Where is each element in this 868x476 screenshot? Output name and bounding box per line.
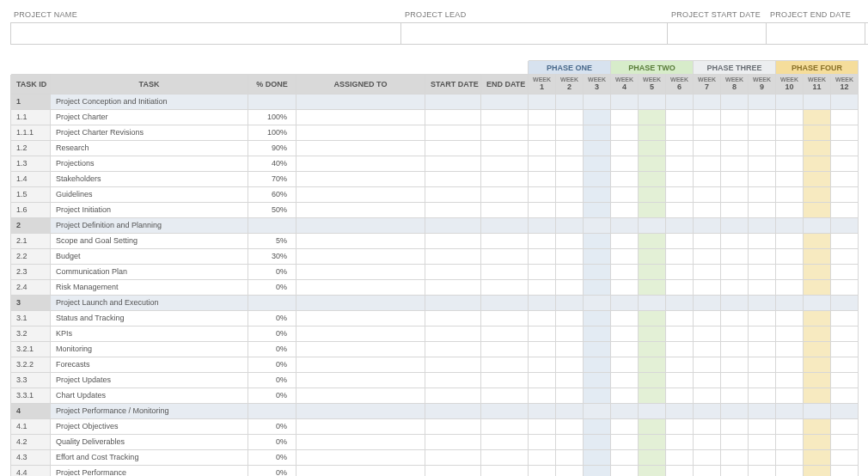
cell-week-9[interactable]: [749, 341, 776, 357]
cell-week-6[interactable]: [666, 418, 694, 434]
cell-week-8[interactable]: [721, 295, 749, 310]
cell-week-1[interactable]: [529, 279, 556, 295]
cell-week-8[interactable]: [721, 156, 749, 171]
cell-week-7[interactable]: [694, 388, 721, 403]
cell-task-id[interactable]: 1.5: [11, 186, 51, 202]
cell-week-10[interactable]: [776, 248, 804, 264]
cell-week-8[interactable]: [721, 109, 749, 125]
cell-end-date[interactable]: [481, 449, 529, 465]
cell-assigned-to[interactable]: [296, 264, 425, 279]
cell-week-5[interactable]: [639, 156, 666, 171]
cell-assigned-to[interactable]: [296, 202, 425, 217]
cell-start-date[interactable]: [425, 326, 481, 341]
cell-task-id[interactable]: 2.3: [11, 264, 51, 279]
cell-week-5[interactable]: [639, 217, 666, 233]
cell-week-2[interactable]: [556, 264, 584, 279]
cell-week-3[interactable]: [584, 125, 611, 140]
cell-week-2[interactable]: [556, 418, 584, 434]
cell-pct-done[interactable]: 0%: [248, 279, 296, 295]
cell-week-4[interactable]: [611, 295, 639, 310]
cell-week-6[interactable]: [666, 248, 694, 264]
cell-pct-done[interactable]: 0%: [248, 264, 296, 279]
cell-week-9[interactable]: [749, 202, 776, 217]
cell-week-3[interactable]: [584, 403, 611, 418]
cell-week-4[interactable]: [611, 186, 639, 202]
cell-week-1[interactable]: [529, 326, 556, 341]
cell-start-date[interactable]: [425, 125, 481, 140]
cell-week-10[interactable]: [776, 279, 804, 295]
cell-week-10[interactable]: [776, 217, 804, 233]
cell-week-11[interactable]: [804, 403, 831, 418]
cell-pct-done[interactable]: [248, 217, 296, 233]
cell-week-9[interactable]: [749, 434, 776, 449]
cell-week-5[interactable]: [639, 140, 666, 156]
cell-start-date[interactable]: [425, 372, 481, 388]
cell-task-name[interactable]: Projections: [51, 156, 248, 171]
cell-start-date[interactable]: [425, 418, 481, 434]
cell-week-5[interactable]: [639, 434, 666, 449]
cell-week-9[interactable]: [749, 403, 776, 418]
cell-week-7[interactable]: [694, 434, 721, 449]
cell-week-11[interactable]: [804, 434, 831, 449]
cell-week-11[interactable]: [804, 264, 831, 279]
cell-week-6[interactable]: [666, 434, 694, 449]
cell-week-5[interactable]: [639, 94, 666, 109]
input-start-date[interactable]: [668, 22, 767, 45]
cell-week-6[interactable]: [666, 357, 694, 372]
cell-week-9[interactable]: [749, 171, 776, 186]
cell-start-date[interactable]: [425, 248, 481, 264]
cell-week-11[interactable]: [804, 279, 831, 295]
cell-week-4[interactable]: [611, 94, 639, 109]
cell-week-9[interactable]: [749, 372, 776, 388]
cell-task-name[interactable]: Project Objectives: [51, 418, 248, 434]
cell-start-date[interactable]: [425, 186, 481, 202]
cell-start-date[interactable]: [425, 357, 481, 372]
cell-task-name[interactable]: Stakeholders: [51, 171, 248, 186]
cell-week-2[interactable]: [556, 357, 584, 372]
cell-week-8[interactable]: [721, 202, 749, 217]
cell-week-10[interactable]: [776, 403, 804, 418]
cell-end-date[interactable]: [481, 465, 529, 476]
cell-week-8[interactable]: [721, 233, 749, 248]
cell-week-5[interactable]: [639, 310, 666, 326]
cell-week-6[interactable]: [666, 341, 694, 357]
cell-week-4[interactable]: [611, 140, 639, 156]
cell-week-11[interactable]: [804, 217, 831, 233]
cell-week-12[interactable]: [831, 279, 859, 295]
cell-week-1[interactable]: [529, 202, 556, 217]
cell-week-2[interactable]: [556, 465, 584, 476]
cell-week-1[interactable]: [529, 171, 556, 186]
cell-task-id[interactable]: 4: [11, 403, 51, 418]
cell-pct-done[interactable]: 0%: [248, 310, 296, 326]
cell-week-9[interactable]: [749, 279, 776, 295]
cell-week-11[interactable]: [804, 418, 831, 434]
cell-week-12[interactable]: [831, 248, 859, 264]
cell-week-3[interactable]: [584, 388, 611, 403]
cell-week-5[interactable]: [639, 202, 666, 217]
cell-week-11[interactable]: [804, 125, 831, 140]
cell-week-8[interactable]: [721, 434, 749, 449]
cell-week-2[interactable]: [556, 109, 584, 125]
cell-week-6[interactable]: [666, 217, 694, 233]
cell-week-4[interactable]: [611, 171, 639, 186]
cell-pct-done[interactable]: 0%: [248, 372, 296, 388]
cell-week-6[interactable]: [666, 140, 694, 156]
cell-week-3[interactable]: [584, 109, 611, 125]
cell-assigned-to[interactable]: [296, 434, 425, 449]
cell-end-date[interactable]: [481, 94, 529, 109]
cell-end-date[interactable]: [481, 388, 529, 403]
cell-week-9[interactable]: [749, 295, 776, 310]
cell-week-3[interactable]: [584, 465, 611, 476]
cell-week-9[interactable]: [749, 357, 776, 372]
cell-week-11[interactable]: [804, 140, 831, 156]
cell-week-3[interactable]: [584, 372, 611, 388]
cell-task-name[interactable]: Project Definition and Planning: [51, 217, 248, 233]
cell-week-9[interactable]: [749, 326, 776, 341]
cell-week-11[interactable]: [804, 248, 831, 264]
cell-end-date[interactable]: [481, 372, 529, 388]
cell-week-10[interactable]: [776, 233, 804, 248]
cell-week-10[interactable]: [776, 202, 804, 217]
cell-task-id[interactable]: 2.1: [11, 233, 51, 248]
cell-week-9[interactable]: [749, 140, 776, 156]
cell-week-5[interactable]: [639, 372, 666, 388]
